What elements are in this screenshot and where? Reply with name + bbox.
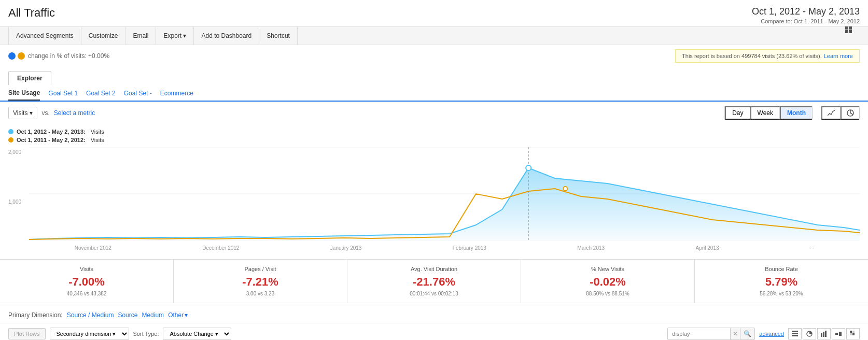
day-btn[interactable]: Day xyxy=(725,106,750,120)
table-view-btn[interactable] xyxy=(788,328,802,339)
date-range-compare: Compare to: Oct 1, 2011 - May 2, 2012 xyxy=(752,18,860,24)
compare-view-btn[interactable] xyxy=(832,328,845,339)
sub-tab-goal-set-1[interactable]: Goal Set 1 xyxy=(48,90,78,100)
stat-pages-value: -7.21% xyxy=(178,275,343,289)
stat-duration-label: Avg. Visit Duration xyxy=(352,266,516,272)
secondary-dimension-select[interactable]: Secondary dimension ▾ xyxy=(50,328,129,340)
export-btn[interactable]: Export ▾ xyxy=(156,26,194,45)
sort-type-select[interactable]: Absolute Change ▾ xyxy=(163,328,231,340)
svg-rect-15 xyxy=(792,333,798,334)
learn-more-link[interactable]: Learn more xyxy=(824,53,853,59)
display-input[interactable] xyxy=(668,329,730,339)
sub-tabs-container: Site Usage Goal Set 1 Goal Set 2 Goal Se… xyxy=(0,85,868,102)
explorer-tab[interactable]: Explorer xyxy=(8,71,51,85)
shortcut-btn[interactable]: Shortcut xyxy=(259,26,298,45)
dimension-medium-link[interactable]: Medium xyxy=(142,311,164,319)
svg-point-12 xyxy=(526,165,531,171)
pie-chart-btn[interactable] xyxy=(841,106,859,120)
legend-item-compare: Oct 1, 2011 - May 2, 2012: Visits xyxy=(8,137,860,143)
segment-dot-blue xyxy=(8,52,16,60)
svg-rect-22 xyxy=(839,332,842,336)
dimension-selected[interactable]: Source / Medium xyxy=(67,311,114,319)
page-header: All Traffic Oct 1, 2012 - May 2, 2013 Co… xyxy=(0,0,868,26)
advanced-link[interactable]: advanced xyxy=(759,331,784,337)
stat-duration: Avg. Visit Duration -21.76% 00:01:44 vs … xyxy=(347,260,521,303)
x-axis: November 2012 December 2012 January 2013… xyxy=(29,245,860,251)
date-range-main: Oct 1, 2012 - May 2, 2013 xyxy=(752,6,860,17)
line-chart-btn[interactable] xyxy=(821,106,841,120)
select-metric-link[interactable]: Select a metric xyxy=(54,109,95,117)
chart-legend: Oct 1, 2012 - May 2, 2013: Visits Oct 1,… xyxy=(8,129,860,143)
stats-row: Visits -7.00% 40,346 vs 43,382 Pages / V… xyxy=(0,259,868,303)
sub-tab-ecommerce[interactable]: Ecommerce xyxy=(160,90,193,100)
segment-text: change in % of visits: +0.00% xyxy=(28,52,109,60)
svg-rect-2 xyxy=(845,30,848,33)
chart-container: 2,000 1,000 xyxy=(8,147,860,251)
stat-visits: Visits -7.00% 40,346 vs 43,382 xyxy=(0,260,174,303)
legend-dot-blue xyxy=(8,129,13,134)
dimension-row: Primary Dimension: Source / Medium Sourc… xyxy=(0,307,868,323)
svg-marker-10 xyxy=(29,168,860,240)
segments-notice-row: change in % of visits: +0.00% This repor… xyxy=(0,45,868,67)
stat-bounce-value: 5.79% xyxy=(699,275,864,289)
stat-bounce-sub: 56.28% vs 53.20% xyxy=(699,291,864,296)
svg-point-13 xyxy=(563,187,567,191)
svg-rect-19 xyxy=(823,332,824,337)
stat-pages-sub: 3.00 vs 3.23 xyxy=(178,291,343,296)
legend-item-current: Oct 1, 2012 - May 2, 2013: Visits xyxy=(8,129,860,135)
stat-visits-sub: 40,346 vs 43,382 xyxy=(4,291,169,296)
email-btn[interactable]: Email xyxy=(125,26,156,45)
page-title: All Traffic xyxy=(8,6,55,20)
week-btn[interactable]: Week xyxy=(750,106,780,120)
stat-duration-value: -21.76% xyxy=(352,275,516,289)
pie-view-btn[interactable] xyxy=(803,328,816,339)
explorer-tabs: Explorer xyxy=(0,67,868,85)
stat-bounce-rate: Bounce Rate 5.79% 56.28% vs 53.20% xyxy=(695,260,868,303)
svg-line-6 xyxy=(850,113,853,115)
clear-icon[interactable]: ✕ xyxy=(730,328,740,339)
bottom-toolbar: Plot Rows Secondary dimension ▾ Sort Typ… xyxy=(0,323,868,340)
stat-new-visits-sub: 88.50% vs 88.51% xyxy=(525,291,690,296)
sort-type-label: Sort Type: xyxy=(133,331,159,337)
stat-new-visits: % New Visits -0.02% 88.50% vs 88.51% xyxy=(521,260,695,303)
chart-svg xyxy=(29,147,860,240)
stat-bounce-label: Bounce Rate xyxy=(699,266,864,272)
sub-tab-site-usage[interactable]: Site Usage xyxy=(8,89,40,101)
stat-new-visits-label: % New Visits xyxy=(525,266,690,272)
main-toolbar: Advanced Segments Customize Email Export… xyxy=(0,26,868,45)
grid-view-icon[interactable] xyxy=(839,26,860,45)
add-to-dashboard-btn[interactable]: Add to Dashboard xyxy=(194,26,259,45)
customize-btn[interactable]: Customize xyxy=(81,26,126,45)
month-btn[interactable]: Month xyxy=(780,106,812,120)
view-buttons xyxy=(788,328,860,339)
notice-banner: This report is based on 499784 visits (2… xyxy=(675,49,860,63)
svg-rect-1 xyxy=(849,26,852,30)
stat-new-visits-value: -0.02% xyxy=(525,275,690,289)
sub-tab-goal-set-3[interactable]: Goal Set - xyxy=(124,90,152,100)
notice-text: This report is based on 499784 visits (2… xyxy=(682,53,822,59)
bar-view-btn[interactable] xyxy=(817,328,831,339)
legend-dot-orange xyxy=(8,137,13,143)
svg-rect-25 xyxy=(850,333,852,335)
stat-visits-label: Visits xyxy=(4,266,169,272)
display-search[interactable]: ✕ 🔍 xyxy=(667,328,755,340)
pivot-view-btn[interactable] xyxy=(846,328,860,339)
dimension-source-link[interactable]: Source xyxy=(118,311,137,319)
dimension-label: Primary Dimension: xyxy=(8,311,63,319)
advanced-segments-btn[interactable]: Advanced Segments xyxy=(8,26,81,45)
search-icon[interactable]: 🔍 xyxy=(740,328,754,339)
svg-rect-14 xyxy=(792,331,798,332)
metric-vs: vs. xyxy=(41,109,49,117)
metric-select[interactable]: Visits ▾ xyxy=(8,107,37,119)
svg-rect-18 xyxy=(821,333,822,337)
svg-rect-21 xyxy=(835,333,838,335)
plot-rows-btn[interactable]: Plot Rows xyxy=(8,328,46,339)
svg-rect-3 xyxy=(849,30,852,33)
svg-rect-24 xyxy=(852,331,855,333)
stat-visits-value: -7.00% xyxy=(4,275,169,289)
stat-duration-sub: 00:01:44 vs 00:02:13 xyxy=(352,291,516,296)
stat-pages: Pages / Visit -7.21% 3.00 vs 3.23 xyxy=(174,260,347,303)
dimension-other-dropdown[interactable]: Other ▾ xyxy=(168,311,188,319)
sub-tab-goal-set-2[interactable]: Goal Set 2 xyxy=(86,90,116,100)
svg-rect-16 xyxy=(792,335,798,336)
